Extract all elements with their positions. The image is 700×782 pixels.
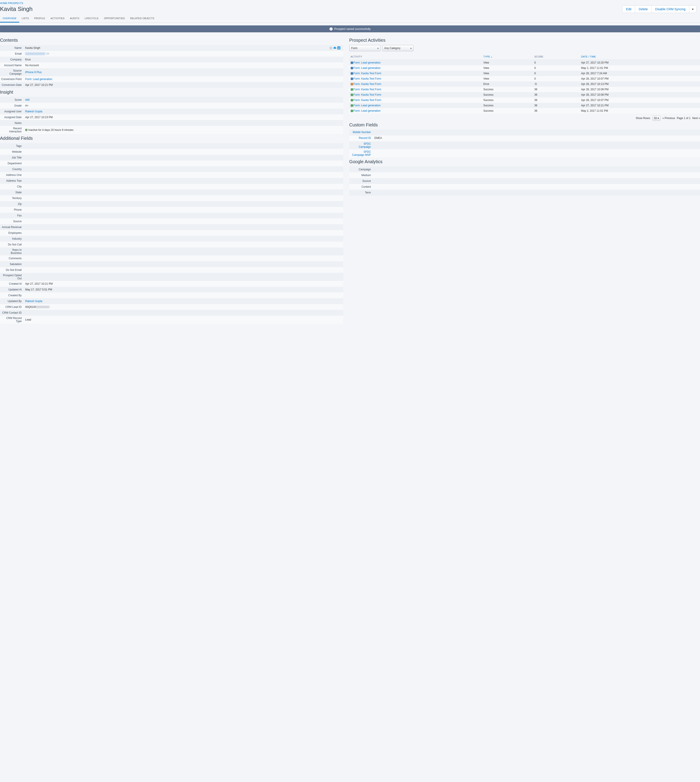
tab-related-objects[interactable]: RELATED OBJECTS xyxy=(128,15,157,23)
field-link[interactable]: Rakesh Gupta xyxy=(25,300,42,303)
activity-score: 36 xyxy=(533,103,580,108)
activity-link[interactable]: Form: Kavita Test Form xyxy=(353,98,381,102)
activity-row: Form: Kavita Test FormSuccess36Apr 28, 2… xyxy=(349,87,700,92)
tab-profile[interactable]: PROFILE xyxy=(32,15,48,23)
custom-field-label-link[interactable]: Record ID xyxy=(359,137,371,140)
delete-button[interactable]: Delete xyxy=(635,5,652,13)
activity-link[interactable]: Form: Lead generation xyxy=(353,109,380,112)
activity-type-select[interactable]: Form ▾ xyxy=(349,45,380,51)
email-label: Email xyxy=(0,51,23,56)
activity-date: Apr 28, 2017 10:08 PM xyxy=(580,92,700,97)
activity-score: 0 xyxy=(533,60,580,65)
source-campaign-link[interactable]: iPhone 8 Plus xyxy=(25,71,42,74)
field-label: Updated At xyxy=(0,287,23,292)
field-value xyxy=(23,243,343,245)
page-indicator: Page 1 of 1 xyxy=(677,117,690,120)
col-date[interactable]: DATE / TIME xyxy=(580,53,700,60)
account-name-value: No Account xyxy=(25,64,39,67)
prev-page-link[interactable]: « Previous xyxy=(662,117,675,120)
ga-row: Medium xyxy=(349,172,700,178)
conversion-date-label: Conversion Date xyxy=(0,82,23,87)
tab-audits[interactable]: AUDITS xyxy=(67,15,82,23)
custom-field-label-link[interactable]: SFDC Campaign xyxy=(359,142,371,148)
activity-link[interactable]: Form: Kavita Test Form xyxy=(353,88,381,91)
star-icon[interactable] xyxy=(329,47,332,50)
custom-field-label-link[interactable]: Mobile Number xyxy=(353,131,371,134)
conversion-point-link[interactable]: Form: Lead generation xyxy=(25,78,52,81)
assigned-user-link[interactable]: Rakesh Gupta xyxy=(25,110,42,113)
tab-lists[interactable]: LISTS xyxy=(19,15,32,23)
activity-link[interactable]: Form: Lead generation xyxy=(353,67,380,70)
activity-type: Error xyxy=(482,82,533,87)
field-value xyxy=(23,197,343,199)
additional-fields-table: TagsWebsiteJob TitleDepartmentCountryAdd… xyxy=(0,143,343,323)
edit-button[interactable]: Edit xyxy=(622,5,635,13)
col-type[interactable]: TYPE▲ xyxy=(482,53,533,60)
breadcrumb: HOME PROSPECTS xyxy=(0,2,700,5)
activity-link[interactable]: Form: Kavita Test Form xyxy=(353,72,381,75)
field-value xyxy=(23,269,343,271)
activity-link[interactable]: Form: Lead generation xyxy=(353,104,380,107)
tab-opportunities[interactable]: OPPORTUNITIES xyxy=(101,15,128,23)
ga-section-title: Google Analytics xyxy=(349,159,700,164)
ga-label: Content xyxy=(349,184,373,189)
disable-crm-syncing-button[interactable]: Disable CRM Syncing xyxy=(652,5,689,13)
score-value[interactable]: 445 xyxy=(25,98,30,102)
score-label: Score xyxy=(0,97,23,102)
field-label: Comments xyxy=(0,256,23,261)
ga-value xyxy=(373,168,700,170)
activity-date: Apr 28, 2017 7:24 AM xyxy=(580,71,700,76)
additional-section-title: Additional Fields xyxy=(0,136,343,141)
ga-label: Campaign xyxy=(349,167,373,172)
field-value xyxy=(23,263,343,265)
activity-row: Form: Lead generationSuccess36Apr 27, 20… xyxy=(349,103,700,108)
tab-overview[interactable]: OVERVIEW xyxy=(0,15,19,23)
activity-row: Form: Kavita Test FormSuccess36Apr 28, 2… xyxy=(349,92,700,97)
field-value xyxy=(23,162,343,164)
breadcrumb-home[interactable]: HOME xyxy=(0,2,7,5)
field-label: Annual Revenue xyxy=(0,225,23,230)
field-value xyxy=(23,209,343,211)
additional-row: CRM Lead ID00Q6100 xyxy=(0,304,343,310)
field-value xyxy=(23,250,343,252)
additional-row: Created By xyxy=(0,292,343,298)
field-value xyxy=(23,174,343,176)
more-actions-dropdown[interactable]: ▾ xyxy=(689,5,697,13)
next-page-link[interactable]: Next » xyxy=(692,117,700,120)
page-title: Kavita Singh xyxy=(0,5,33,12)
breadcrumb-prospects[interactable]: PROSPECTS xyxy=(8,2,23,5)
cloud-icon[interactable] xyxy=(333,47,337,50)
field-value xyxy=(23,312,343,313)
activity-status-icon xyxy=(351,99,353,102)
additional-row: Address One xyxy=(0,172,343,178)
additional-row: Employees xyxy=(0,230,343,236)
insight-section-title: Insight xyxy=(0,90,343,95)
field-value: 00Q6100 xyxy=(23,305,343,309)
field-value xyxy=(23,145,343,147)
activity-category-select[interactable]: Any Category ▾ xyxy=(382,45,413,51)
assigned-user-label: Assigned User xyxy=(0,109,23,114)
envelope-icon[interactable] xyxy=(46,52,49,55)
activity-link[interactable]: Form: Kavita Test Form xyxy=(353,93,381,96)
activity-type: View xyxy=(482,65,533,71)
field-value xyxy=(23,226,343,228)
tab-activities[interactable]: ACTIVITIES xyxy=(48,15,67,23)
activity-link[interactable]: Form: Kavita Test Form xyxy=(353,77,381,80)
field-label: Fax xyxy=(0,213,23,218)
d-icon[interactable]: d xyxy=(337,47,340,50)
field-label: Job Title xyxy=(0,155,23,160)
activity-score: 36 xyxy=(533,108,580,113)
custom-field-label-link[interactable]: SFDC Campaign MSP xyxy=(352,150,371,157)
recent-interaction-value: Inactive for 4 days 20 hours 9 minutes xyxy=(28,128,73,132)
activity-link[interactable]: Form: Lead generation xyxy=(353,61,380,64)
rows-per-page-select[interactable]: 50 ▾ xyxy=(653,116,661,121)
tab-lifecycle[interactable]: LIFECYCLE xyxy=(82,15,102,23)
company-label: Company xyxy=(0,57,23,62)
activity-score: 0 xyxy=(533,76,580,82)
field-value xyxy=(23,186,343,187)
additional-row: Phone xyxy=(0,207,343,213)
activity-score: -5 xyxy=(533,82,580,87)
activity-link[interactable]: Form: Kavita Test Form xyxy=(353,82,381,86)
activity-type: View xyxy=(482,76,533,82)
field-label: Department xyxy=(0,161,23,166)
